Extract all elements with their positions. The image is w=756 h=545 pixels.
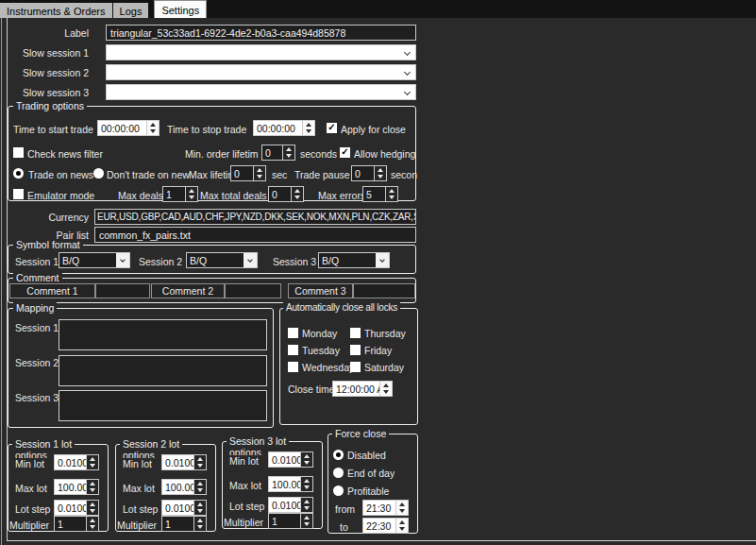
- chevron-up-icon[interactable]: [292, 187, 303, 195]
- chevron-down-icon[interactable]: [87, 487, 98, 495]
- max-lot-input[interactable]: 100.00: [54, 479, 99, 495]
- chevron-up-icon[interactable]: [386, 187, 397, 195]
- max-lot-value[interactable]: 100.00: [269, 477, 300, 491]
- min-lot-value[interactable]: 0.0100: [55, 455, 86, 469]
- from-time-value[interactable]: 21:30: [363, 501, 395, 515]
- chevron-up-icon[interactable]: [301, 452, 312, 460]
- slow-session-1-select[interactable]: [106, 44, 416, 60]
- min-lot-input[interactable]: 0.0100: [161, 454, 207, 470]
- map-session-2-textarea[interactable]: [59, 355, 267, 386]
- chevron-down-icon[interactable]: [186, 195, 197, 202]
- thursday-checkbox[interactable]: [350, 328, 361, 338]
- chevron-up-icon[interactable]: [87, 480, 98, 487]
- multiplier-value[interactable]: 1: [162, 517, 193, 531]
- multiplier-input[interactable]: 1: [268, 513, 313, 529]
- dont-trade-on-news-radio[interactable]: [93, 168, 104, 179]
- time-to-stop-input[interactable]: 00:00:00: [253, 120, 315, 136]
- time-to-start-value[interactable]: 00:00:00: [98, 121, 146, 135]
- chevron-up-icon[interactable]: [283, 145, 294, 153]
- chevron-up-icon[interactable]: [87, 517, 98, 524]
- min-lot-input[interactable]: 0.0100: [54, 454, 99, 470]
- multiplier-input[interactable]: 1: [54, 516, 99, 532]
- lot-step-value[interactable]: 0.0100: [55, 501, 86, 515]
- chevron-down-icon[interactable]: [303, 128, 314, 136]
- chevron-down-icon[interactable]: [375, 174, 386, 181]
- multiplier-input[interactable]: 1: [161, 516, 207, 532]
- slow-session-2-select[interactable]: [106, 64, 416, 80]
- profitable-radio[interactable]: [333, 485, 344, 496]
- end-of-day-radio[interactable]: [333, 468, 344, 478]
- spinner-buttons[interactable]: [86, 480, 98, 494]
- chevron-down-icon[interactable]: [194, 463, 206, 470]
- lot-step-input[interactable]: 0.0100: [268, 497, 313, 513]
- chevron-up-icon[interactable]: [87, 501, 98, 508]
- map-session-3-textarea[interactable]: [59, 390, 267, 421]
- spinner-buttons[interactable]: [193, 517, 206, 531]
- time-to-stop-value[interactable]: 00:00:00: [254, 121, 302, 135]
- spinner-buttons[interactable]: [300, 498, 312, 512]
- sf-session-3-select[interactable]: B/Q: [318, 252, 390, 268]
- spinner-buttons[interactable]: [282, 145, 294, 160]
- chevron-down-icon[interactable]: [283, 153, 294, 161]
- chevron-down-icon[interactable]: [386, 195, 397, 202]
- spinner-buttons[interactable]: [300, 452, 312, 467]
- chevron-down-icon[interactable]: [396, 526, 408, 534]
- tuesday-checkbox[interactable]: [288, 345, 298, 355]
- max-errors-value[interactable]: 5: [363, 187, 385, 201]
- min-order-lifetime-input[interactable]: 0: [261, 145, 295, 161]
- chevron-down-icon[interactable]: [87, 524, 98, 532]
- disabled-radio[interactable]: [333, 450, 344, 460]
- chevron-up-icon[interactable]: [380, 382, 392, 389]
- min-lot-value[interactable]: 0.0100: [269, 452, 300, 467]
- sf-session-1-select[interactable]: B/Q: [59, 252, 130, 268]
- tab-logs[interactable]: Logs: [113, 3, 149, 18]
- lot-step-value[interactable]: 0.0100: [269, 498, 300, 512]
- spinner-buttons[interactable]: [193, 480, 206, 494]
- max-lifetime-value[interactable]: 0: [231, 166, 253, 180]
- spinner-buttons[interactable]: [86, 501, 98, 515]
- max-total-deals-input[interactable]: 0: [268, 186, 304, 202]
- to-time-input[interactable]: 22:30: [362, 518, 409, 534]
- from-time-input[interactable]: 21:30: [362, 500, 409, 516]
- chevron-up-icon[interactable]: [375, 166, 386, 174]
- trade-on-news-radio[interactable]: [13, 168, 24, 179]
- max-total-deals-value[interactable]: 0: [269, 187, 291, 201]
- chevron-down-icon[interactable]: [301, 460, 312, 468]
- chevron-down-icon[interactable]: [301, 521, 312, 529]
- chevron-down-icon[interactable]: [380, 389, 392, 397]
- chevron-down-icon[interactable]: [87, 463, 98, 470]
- comment-2-input[interactable]: [225, 283, 281, 298]
- to-time-value[interactable]: 22:30: [363, 519, 395, 533]
- max-lot-value[interactable]: 100.00: [162, 480, 193, 494]
- comment-3-input[interactable]: [353, 283, 415, 298]
- spinner-buttons[interactable]: [300, 514, 312, 528]
- lot-step-input[interactable]: 0.0100: [54, 500, 99, 516]
- allow-hedging-checkbox[interactable]: [340, 147, 350, 158]
- chevron-up-icon[interactable]: [87, 455, 98, 463]
- comment-1-input[interactable]: [95, 283, 150, 298]
- chevron-down-icon[interactable]: [194, 508, 206, 516]
- lot-step-value[interactable]: 0.0100: [162, 501, 193, 515]
- slow-session-3-select[interactable]: [106, 84, 416, 100]
- emulator-mode-checkbox[interactable]: [13, 189, 24, 199]
- max-lot-input[interactable]: 100.00: [268, 476, 313, 492]
- spinner-buttons[interactable]: [86, 517, 98, 531]
- chevron-up-icon[interactable]: [186, 187, 197, 195]
- wednesday-checkbox[interactable]: [288, 362, 298, 372]
- spinner-buttons[interactable]: [379, 382, 392, 396]
- pair-list-input[interactable]: common_fx_pairs.txt: [94, 227, 416, 243]
- chevron-down-icon[interactable]: [87, 508, 98, 516]
- monday-checkbox[interactable]: [288, 328, 298, 338]
- dropdown-button[interactable]: [244, 253, 257, 267]
- chevron-up-icon[interactable]: [396, 501, 408, 508]
- chevron-up-icon[interactable]: [396, 519, 408, 526]
- max-deals-input[interactable]: 1: [162, 186, 198, 202]
- max-errors-input[interactable]: 5: [362, 186, 398, 202]
- chevron-down-icon[interactable]: [194, 487, 206, 495]
- tab-instruments-orders[interactable]: Instruments & Orders: [0, 3, 112, 18]
- min-lot-input[interactable]: 0.0100: [268, 451, 313, 468]
- chevron-up-icon[interactable]: [301, 477, 312, 485]
- multiplier-value[interactable]: 1: [269, 514, 300, 528]
- max-lot-value[interactable]: 100.00: [55, 480, 86, 494]
- multiplier-value[interactable]: 1: [55, 517, 86, 531]
